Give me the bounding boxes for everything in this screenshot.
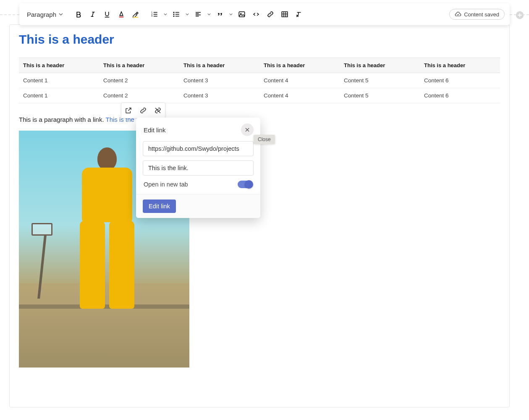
- table-cell[interactable]: Content 1: [19, 88, 99, 103]
- link-button[interactable]: [264, 8, 276, 21]
- table-cell[interactable]: Content 5: [340, 73, 420, 88]
- text-color-button[interactable]: [115, 8, 127, 21]
- editor-toolbar: Paragraph 123 Content saved: [19, 3, 510, 25]
- open-link-button[interactable]: [122, 104, 135, 117]
- table-row[interactable]: Content 1 Content 2 Content 3 Content 4 …: [19, 88, 500, 103]
- svg-rect-9: [239, 12, 245, 17]
- content-saved-label: Content saved: [464, 11, 499, 18]
- highlight-button[interactable]: [130, 8, 141, 21]
- close-icon: [244, 127, 250, 133]
- unordered-list-button[interactable]: [170, 8, 182, 21]
- table-header[interactable]: This is a header: [179, 58, 259, 73]
- quote-button[interactable]: [214, 8, 226, 21]
- image-button[interactable]: [236, 8, 248, 21]
- new-tab-toggle[interactable]: [238, 181, 253, 188]
- svg-point-7: [173, 14, 175, 15]
- svg-text:3: 3: [152, 15, 153, 17]
- edit-link-button[interactable]: [137, 104, 149, 117]
- svg-rect-1: [119, 16, 124, 17]
- svg-rect-2: [133, 17, 138, 18]
- table-cell[interactable]: Content 6: [420, 88, 500, 103]
- bold-button[interactable]: [73, 8, 84, 21]
- ordered-list-options[interactable]: [163, 8, 168, 21]
- edit-link-modal: Edit link Open in new tab Edit link: [136, 118, 260, 218]
- table-cell[interactable]: Content 2: [99, 88, 179, 103]
- align-button[interactable]: [192, 8, 204, 21]
- svg-point-8: [173, 16, 175, 17]
- content-table[interactable]: This is a header This is a header This i…: [19, 58, 500, 103]
- table-cell[interactable]: Content 3: [179, 88, 259, 103]
- table-cell[interactable]: Content 1: [19, 73, 99, 88]
- clear-format-button[interactable]: [293, 8, 305, 21]
- svg-rect-11: [282, 12, 288, 17]
- table-header[interactable]: This is a header: [420, 58, 500, 73]
- table-header[interactable]: This is a header: [259, 58, 340, 73]
- new-tab-label: Open in new tab: [144, 181, 188, 188]
- code-button[interactable]: [250, 8, 262, 21]
- underline-button[interactable]: [101, 8, 113, 21]
- table-cell[interactable]: Content 4: [259, 73, 340, 88]
- table-row[interactable]: Content 1 Content 2 Content 3 Content 4 …: [19, 73, 500, 88]
- edit-link-submit-button[interactable]: Edit link: [143, 200, 176, 213]
- svg-point-6: [173, 12, 175, 13]
- align-options[interactable]: [207, 8, 212, 21]
- table-cell[interactable]: Content 2: [99, 73, 179, 88]
- block-type-dropdown[interactable]: Paragraph: [24, 8, 65, 21]
- paragraph-text: This is a paragraph with a link.: [19, 116, 106, 123]
- page-title[interactable]: This is a header: [19, 32, 500, 47]
- italic-button[interactable]: [87, 8, 99, 21]
- table-cell[interactable]: Content 4: [259, 88, 340, 103]
- table-cell[interactable]: Content 6: [420, 73, 500, 88]
- content-saved-indicator: Content saved: [449, 9, 505, 20]
- cloud-check-icon: [455, 11, 461, 18]
- block-type-label: Paragraph: [27, 11, 56, 18]
- table-header[interactable]: This is a header: [340, 58, 420, 73]
- link-url-input[interactable]: [143, 141, 254, 156]
- chevron-down-icon: [59, 12, 63, 16]
- link-text-input[interactable]: [143, 160, 254, 176]
- modal-title: Edit link: [144, 126, 166, 134]
- ordered-list-button[interactable]: 123: [149, 8, 160, 21]
- quote-options[interactable]: [228, 8, 233, 21]
- link-context-toolbar: [121, 102, 165, 118]
- table-header[interactable]: This is a header: [19, 58, 99, 73]
- table-button[interactable]: [279, 8, 291, 21]
- table-cell[interactable]: Content 5: [340, 88, 420, 103]
- unordered-list-options[interactable]: [185, 8, 190, 21]
- unlink-button[interactable]: [152, 104, 164, 117]
- table-header[interactable]: This is a header: [99, 58, 179, 73]
- add-block-button[interactable]: [515, 10, 525, 20]
- table-cell[interactable]: Content 3: [179, 73, 259, 88]
- close-tooltip: Close: [254, 135, 275, 144]
- modal-close-button[interactable]: [241, 123, 254, 136]
